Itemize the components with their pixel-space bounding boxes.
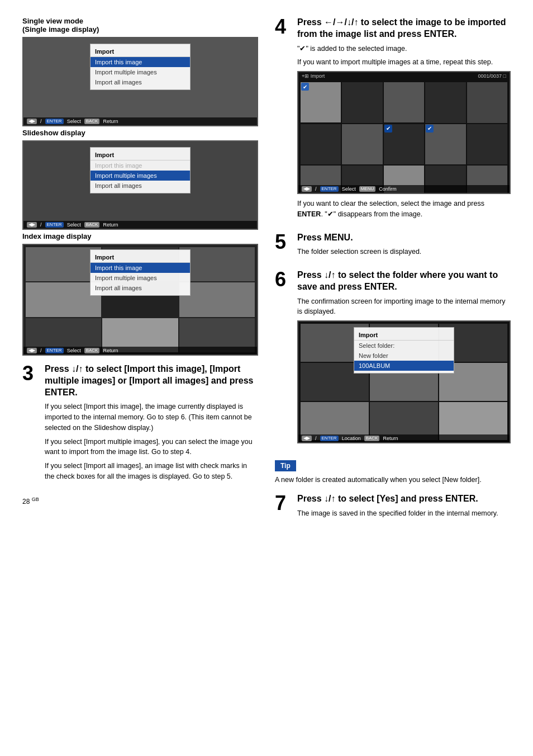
menu-item-import-multiple-3: Import multiple images (91, 273, 190, 283)
page-number: 28 GB (22, 497, 258, 505)
grid-screenshot: +⊞ Import 0001/0037 □ (297, 71, 511, 194)
nav-indicator-4: ◀▶ (302, 186, 312, 192)
menu-item-import-all-1: Import all images (91, 77, 190, 87)
menu-item-import-this-1: Import this image (91, 57, 190, 67)
nav-indicator-3: ◀▶ (27, 348, 37, 353)
thumb-7 (342, 124, 382, 164)
enter-btn-1: ENTER (45, 119, 64, 124)
enter-btn-4: ENTER (320, 186, 339, 192)
menu-title-1: Import (91, 46, 190, 57)
step-5-block: 5 Press MENU. The folder selection scree… (275, 232, 511, 261)
step-3-block: 3 Press ↓/↑ to select [Import this image… (22, 363, 258, 485)
step-3-para-3: If you select [Import all images], an im… (45, 461, 258, 482)
left-column: Single view mode(Single image display) I… (22, 17, 258, 531)
nav-indicator-1: ◀▶ (27, 119, 37, 124)
step-6-title: Press ↓/↑ to select the folder where you… (297, 270, 511, 293)
back-btn-5: BACK (364, 436, 380, 441)
enter-btn-3: ENTER (45, 348, 64, 353)
menu-item-import-multiple-1: Import multiple images (91, 67, 190, 77)
step-3-content: Press ↓/↑ to select [Import this image],… (45, 363, 258, 485)
menu-item-import-multiple-2: Import multiple images (91, 171, 190, 181)
thumb-8 (384, 124, 424, 164)
step-4-number: 4 (275, 17, 291, 223)
thumb-2 (342, 82, 382, 122)
slideshow-screenshot: Import Import this image Import multiple… (22, 140, 258, 230)
folder-100album: 100ALBUM (354, 361, 454, 371)
grid-header: +⊞ Import 0001/0037 □ (298, 72, 510, 80)
enter-btn-5: ENTER (320, 436, 339, 441)
tip-label: Tip (275, 460, 296, 471)
folder-menu-title: Import (354, 330, 454, 341)
grid-header-right: 0001/0037 □ (478, 73, 506, 79)
step-3-number: 3 (22, 363, 38, 485)
menu-item-import-all-3: Import all images (91, 283, 190, 293)
menu-title-3: Import (91, 252, 190, 263)
nav-indicator-5: ◀▶ (302, 436, 312, 441)
step-4-para-1: "✔" is added to the selected image. (297, 44, 511, 54)
tip-text: A new folder is created automatically wh… (275, 475, 511, 485)
single-view-screenshot: Import Import this image Import multiple… (22, 37, 258, 126)
thumb-1 (301, 82, 341, 122)
tip-section: Tip A new folder is created automaticall… (275, 455, 511, 485)
step-4-content: Press ←/→/↓/↑ to select the image to be … (297, 17, 511, 223)
single-view-menu: Import Import this image Import multiple… (90, 44, 191, 90)
menu-item-import-this-2: Import this image (91, 160, 190, 171)
step-5-number: 5 (275, 232, 291, 261)
slideshow-heading: Slideshow display (22, 129, 258, 137)
back-btn-2: BACK (84, 222, 100, 228)
single-view-heading: Single view mode(Single image display) (22, 17, 258, 34)
grid-header-left: +⊞ Import (302, 73, 325, 79)
index-heading: Index image display (22, 232, 258, 240)
nav-indicator-2: ◀▶ (27, 222, 37, 228)
step-6-block: 6 Press ↓/↑ to select the folder where y… (275, 270, 511, 446)
step-7-description: The image is saved in the specified fold… (297, 508, 511, 519)
folder-bottom-bar: ◀▶ / ENTER Location BACK Return (298, 434, 510, 442)
slideshow-bottom-bar: ◀▶ / ENTER Select BACK Return (23, 221, 257, 229)
menu-item-import-all-2: Import all images (91, 181, 190, 191)
step-3-para-1: If you select [Import this image], the i… (45, 401, 258, 433)
step-3-para-2: If you select [Import multiple images], … (45, 437, 258, 458)
step-6-description: The confirmation screen for importing im… (297, 296, 511, 318)
back-btn-1: BACK (84, 119, 100, 124)
back-btn-3: BACK (84, 348, 100, 353)
page-unit: GB (32, 497, 39, 502)
index-menu: Import Import this image Import multiple… (90, 249, 191, 296)
single-view-section: Single view mode(Single image display) I… (22, 17, 258, 126)
thumb-10 (467, 124, 507, 164)
index-section: Index image display Import Import this i… (22, 232, 258, 356)
thumb-grid (298, 80, 510, 194)
menu-title-2: Import (91, 150, 190, 160)
slideshow-section: Slideshow display Import Import this ima… (22, 129, 258, 230)
single-view-bottom-bar: ◀▶ / ENTER Select BACK Return (23, 117, 257, 125)
thumb-5 (467, 82, 507, 122)
index-bottom-bar: ◀▶ / ENTER Select BACK Return (23, 347, 257, 355)
step-5-title: Press MENU. (297, 232, 511, 244)
enter-btn-2: ENTER (45, 222, 64, 228)
step-7-content: Press ↓/↑ to select [Yes] and press ENTE… (297, 493, 511, 522)
menu-btn-4: MENU (359, 186, 376, 192)
step-5-description: The folder selection screen is displayed… (297, 247, 511, 257)
index-screenshot: Import Import this image Import multiple… (22, 244, 258, 356)
folder-menu: Import Select folder: New folder 100ALBU… (354, 327, 454, 374)
step-4-clear-text: If you want to clear the selection, sele… (297, 199, 511, 220)
menu-item-import-this-3: Import this image (91, 263, 190, 273)
step-4-block: 4 Press ←/→/↓/↑ to select the image to b… (275, 17, 511, 223)
step-7-title: Press ↓/↑ to select [Yes] and press ENTE… (297, 493, 511, 505)
step-7-block: 7 Press ↓/↑ to select [Yes] and press EN… (275, 493, 511, 522)
step-5-content: Press MENU. The folder selection screen … (297, 232, 511, 261)
step-3-title: Press ↓/↑ to select [Import this image],… (45, 363, 258, 398)
step-7-number: 7 (275, 493, 291, 522)
step-4-title: Press ←/→/↓/↑ to select the image to be … (297, 17, 511, 40)
thumb-4 (425, 82, 465, 122)
folder-new: New folder (354, 351, 454, 361)
step-6-number: 6 (275, 270, 291, 446)
folder-select-label: Select folder: (354, 341, 454, 351)
folder-screenshot: Import Select folder: New folder 100ALBU… (297, 320, 511, 443)
thumb-9 (425, 124, 465, 164)
step-4-para-2: If you want to import multiple images at… (297, 57, 511, 68)
step-6-content: Press ↓/↑ to select the folder where you… (297, 270, 511, 446)
grid-bottom-bar: ◀▶ / ENTER Select MENU Confirm (298, 185, 510, 193)
slideshow-menu: Import Import this image Import multiple… (90, 147, 191, 193)
right-column: 4 Press ←/→/↓/↑ to select the image to b… (275, 17, 511, 531)
thumb-6 (301, 124, 341, 164)
